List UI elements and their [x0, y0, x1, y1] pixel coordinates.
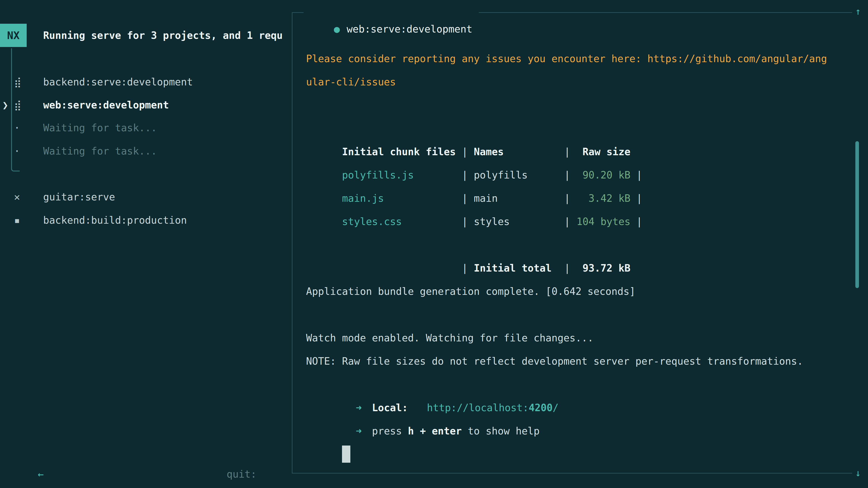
- task-label: Waiting for task...: [43, 116, 157, 139]
- help-hint-key: h + enter: [408, 425, 462, 437]
- url-port: 4200: [529, 402, 553, 414]
- table-pipe: |: [462, 140, 474, 163]
- task-label: web:serve:development: [43, 93, 169, 117]
- local-url-line: ➜Local:http://localhost:4200/: [306, 373, 855, 396]
- help-hint-post: to show help: [462, 425, 539, 437]
- chunk-name: polyfills: [474, 163, 564, 187]
- error-icon: ✕: [14, 185, 20, 208]
- prev-page-arrow-icon[interactable]: ←: [38, 468, 44, 480]
- task-label: backend:serve:development: [43, 70, 193, 94]
- bundle-complete-line: Application bundle generation complete. …: [306, 280, 855, 303]
- table-pipe: |: [564, 187, 576, 210]
- task-list-panel: NX Running serve for 3 projects, and 1 r…: [0, 0, 292, 488]
- table-pipe: |: [636, 187, 643, 210]
- running-indicator-icon: ●: [334, 23, 340, 35]
- output-pane: ●web:serve:development Please consider r…: [292, 0, 868, 488]
- table-pipe: |: [462, 256, 474, 280]
- terminal-output: Please consider reporting any issues you…: [306, 47, 855, 443]
- table-pipe: |: [462, 210, 474, 233]
- task-item-waiting-2[interactable]: · Waiting for task...: [0, 139, 292, 163]
- task-item-web-serve-development[interactable]: ❯ ⣾ web:serve:development: [0, 93, 292, 117]
- spinner-icon: ⣾: [14, 70, 21, 94]
- chunk-table-header: Initial chunk files|Names|Raw size: [306, 117, 855, 140]
- waiting-icon: ·: [14, 116, 20, 139]
- keyboard-hints: quit: q help: ?: [203, 439, 269, 462]
- table-pipe: |: [636, 163, 643, 187]
- table-pipe: |: [462, 187, 474, 210]
- chunk-file: polyfills.js: [342, 163, 462, 187]
- spinner-icon: ⣾: [14, 93, 21, 117]
- output-pane-task-name: web:serve:development: [346, 23, 472, 35]
- pagination: ← 1/1 →: [14, 439, 62, 462]
- task-item-backend-serve-development[interactable]: ⣾ backend:serve:development: [0, 70, 292, 94]
- url-suffix: /: [553, 402, 559, 414]
- nx-logo: NX: [0, 24, 27, 47]
- header-files: Initial chunk files: [342, 140, 462, 163]
- total-label: Initial total: [474, 256, 564, 280]
- task-item-backend-build-production[interactable]: ▪ backend:build:production: [0, 208, 292, 232]
- table-pipe: |: [462, 163, 474, 187]
- issue-notice-line: ular-cli/issues: [306, 70, 855, 94]
- task-label: guitar:serve: [43, 185, 115, 208]
- page-title: Running serve for 3 projects, and 1 requ: [43, 24, 283, 47]
- scrollbar-thumb[interactable]: [855, 141, 859, 288]
- task-item-guitar-serve[interactable]: ✕ guitar:serve: [0, 185, 292, 208]
- quit-label: quit:: [227, 468, 256, 480]
- task-label: backend:build:production: [43, 208, 187, 232]
- table-pipe: |: [564, 140, 576, 163]
- total-size: 93.72 kB: [576, 256, 630, 280]
- watch-mode-line: Watch mode enabled. Watching for file ch…: [306, 326, 855, 350]
- output-pane-title: ●web:serve:development: [304, 4, 479, 21]
- selection-pointer-icon: ❯: [2, 93, 8, 117]
- table-pipe: |: [564, 210, 576, 233]
- chunk-file: styles.css: [342, 210, 462, 233]
- task-label: Waiting for task...: [43, 139, 157, 163]
- chunk-size: 3.42 kB: [576, 187, 630, 210]
- waiting-icon: ·: [14, 139, 20, 163]
- local-label: Local:: [372, 402, 408, 414]
- arrow-icon: ➜: [356, 402, 362, 414]
- scroll-down-arrow-icon[interactable]: ↓: [851, 463, 865, 483]
- chunk-name: main: [474, 187, 564, 210]
- arrow-icon: ➜: [356, 425, 362, 437]
- url-prefix: http://localhost:: [427, 402, 528, 414]
- help-hint-pre: press: [372, 425, 408, 437]
- table-pipe: |: [564, 256, 576, 280]
- chunk-size: 90.20 kB: [576, 163, 630, 187]
- terminal-cursor: [342, 446, 350, 463]
- initial-total-row: |Initial total|93.72 kB: [306, 233, 855, 256]
- issue-notice-line: Please consider reporting any issues you…: [306, 47, 855, 70]
- localhost-link[interactable]: http://localhost:4200/: [427, 402, 559, 414]
- success-icon: ▪: [14, 208, 20, 232]
- header-raw-size: Raw size: [576, 140, 630, 163]
- note-line: NOTE: Raw file sizes do not reflect deve…: [306, 350, 855, 373]
- task-item-waiting-1[interactable]: · Waiting for task...: [0, 116, 292, 139]
- table-pipe: |: [636, 210, 643, 233]
- chunk-size: 104 bytes: [576, 210, 630, 233]
- header-names: Names: [474, 140, 564, 163]
- chunk-name: styles: [474, 210, 564, 233]
- scroll-up-arrow-icon[interactable]: ↑: [851, 2, 865, 21]
- chunk-file: main.js: [342, 187, 462, 210]
- table-pipe: |: [564, 163, 576, 187]
